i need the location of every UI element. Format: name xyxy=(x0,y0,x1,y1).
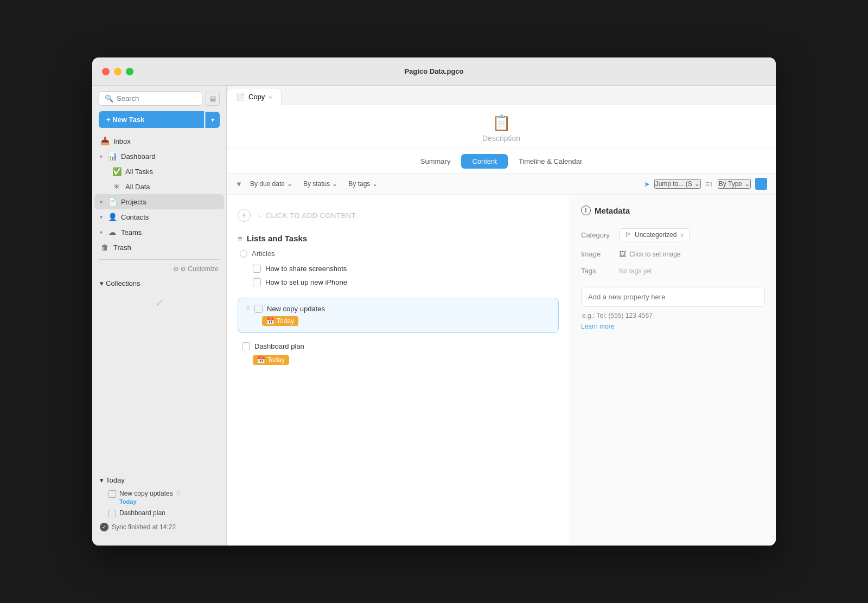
by-due-date-chevron-icon: ⌄ xyxy=(287,180,292,188)
image-set-button[interactable]: Click to set image xyxy=(629,251,681,258)
metadata-title: Metadata xyxy=(595,206,630,215)
sidebar-item-dashboard[interactable]: ▾ 📊 Dashboard xyxy=(94,149,224,164)
meta-row-tags: Tags No tags yet xyxy=(581,262,765,279)
today-item-0[interactable]: New copy updates Today ⠿ xyxy=(94,487,224,507)
image-icon: 🖼 xyxy=(619,250,626,258)
contacts-icon: 👤 xyxy=(107,213,117,221)
highlighted-task-label: New copy updates xyxy=(267,305,325,313)
extra-task-calendar-icon: 📅 xyxy=(257,356,265,364)
sidebar-item-all-data[interactable]: ✳ All Data xyxy=(106,179,224,194)
view-mode-button[interactable] xyxy=(755,178,767,190)
main-content: 📄 Copy × 📋 Description Summary Content xyxy=(227,86,776,546)
by-status-select[interactable]: By status ⌄ xyxy=(300,178,341,189)
add-content-row[interactable]: + ← CLICK TO ADD CONTENT xyxy=(238,203,559,227)
search-box[interactable]: 🔍 xyxy=(99,91,202,106)
meta-row-image: Image 🖼 Click to set image xyxy=(581,246,765,262)
panel-toggle-button[interactable]: ▤ xyxy=(206,92,220,106)
sidebar-item-label-teams: Teams xyxy=(121,228,142,236)
drag-handle-0[interactable]: ⠿ xyxy=(176,490,181,497)
maximize-button[interactable] xyxy=(126,68,133,75)
sidebar-item-contacts[interactable]: ▾ 👤 Contacts xyxy=(94,209,224,224)
highlighted-task-card[interactable]: ⠿ New copy updates 📅 Today xyxy=(238,298,559,333)
tags-value: No tags yet xyxy=(619,267,652,275)
jump-to-button[interactable]: Jump to... (S ⌄ xyxy=(654,179,701,189)
add-content-label: ← CLICK TO ADD CONTENT xyxy=(256,211,356,220)
collections-empty-check: ✓ xyxy=(94,291,224,316)
learn-more-link[interactable]: Learn more xyxy=(581,323,614,330)
task-item-1[interactable]: How to set up new iPhone xyxy=(238,275,559,289)
contacts-chevron-icon: ▾ xyxy=(100,214,103,220)
sidebar-item-teams[interactable]: ▾ ☁ Teams xyxy=(94,224,224,240)
window-title: Pagico Data.pgco xyxy=(404,67,463,75)
task-item-0[interactable]: How to share screenshots xyxy=(238,262,559,275)
new-task-dropdown-button[interactable]: ▾ xyxy=(205,112,220,128)
extra-task-checkbox-0[interactable] xyxy=(242,342,250,350)
window-controls[interactable] xyxy=(102,68,133,75)
all-tasks-icon: ✅ xyxy=(112,167,122,176)
articles-group-circle xyxy=(240,250,247,258)
extra-task-label-0: Dashboard plan xyxy=(254,342,304,350)
content-toolbar: ▼ By due date ⌄ By status ⌄ By tags ⌄ ➤ xyxy=(227,174,776,195)
tab-copy-close-button[interactable]: × xyxy=(269,94,272,100)
metadata-info-icon: i xyxy=(581,206,591,215)
meta-row-category: Category 🏳 Uncategorized ∨ xyxy=(581,224,765,246)
sync-status: ✓ Sync finished at 14:22 xyxy=(94,519,224,535)
content-header-icon: 📋 xyxy=(227,114,776,132)
task-item-checkbox-0[interactable] xyxy=(253,265,261,273)
property-hint: e.g.: Tel: (555) 123 4567 xyxy=(582,310,653,320)
property-input-wrapper xyxy=(581,287,765,307)
by-tags-select[interactable]: By tags ⌄ xyxy=(345,178,381,189)
task-card-drag-handle[interactable]: ⠿ xyxy=(246,305,250,312)
sidebar-item-all-tasks[interactable]: ✅ All Tasks xyxy=(106,164,224,179)
trash-icon: 🗑 xyxy=(100,243,110,252)
tags-label: Tags xyxy=(581,267,614,275)
close-button[interactable] xyxy=(102,68,110,75)
minimize-button[interactable] xyxy=(114,68,122,75)
today-section-header[interactable]: ▾ Today xyxy=(94,473,224,487)
task-item-checkbox-1[interactable] xyxy=(253,278,261,286)
today-item-checkbox-0[interactable] xyxy=(108,490,116,498)
task-badge-calendar-icon: 📅 xyxy=(266,317,275,325)
customize-button[interactable]: ⚙ ⚙ Customize xyxy=(173,265,219,273)
filter-icon: ▼ xyxy=(235,180,242,188)
tab-timeline-calendar[interactable]: Timeline & Calendar xyxy=(508,154,593,169)
content-description: Description xyxy=(227,134,776,143)
by-type-button[interactable]: By Type ⌄ xyxy=(718,179,751,189)
dashboard-chevron-icon: ▾ xyxy=(100,153,103,159)
tabbar: 📄 Copy × xyxy=(227,86,776,105)
today-item-checkbox-1[interactable] xyxy=(108,510,116,517)
sidebar-item-label-all-data: All Data xyxy=(125,183,150,191)
task-item-label-0: How to share screenshots xyxy=(265,265,347,273)
sidebar-item-projects[interactable]: ▾ 📄 Projects xyxy=(94,194,224,209)
highlighted-task-checkbox[interactable] xyxy=(254,305,263,313)
section-header: ≡ Lists and Tasks xyxy=(238,234,559,243)
sidebar-bottom: ▾ Today New copy updates Today ⠿ Dashboa… xyxy=(92,469,226,539)
articles-group-header: Articles xyxy=(238,249,559,258)
by-due-date-select[interactable]: By due date ⌄ xyxy=(247,178,296,189)
property-input[interactable] xyxy=(582,287,764,306)
tab-copy[interactable]: 📄 Copy × xyxy=(227,88,282,105)
sidebar-item-trash[interactable]: 🗑 Trash xyxy=(94,240,224,255)
by-status-chevron-icon: ⌄ xyxy=(332,180,337,188)
tab-copy-icon: 📄 xyxy=(236,93,245,101)
tab-content[interactable]: Content xyxy=(461,154,508,169)
add-content-plus-icon[interactable]: + xyxy=(238,209,251,222)
collections-header[interactable]: ▾ Collections xyxy=(94,276,224,291)
by-type-chevron-icon: ⌄ xyxy=(744,180,750,188)
dashboard-icon: 📊 xyxy=(107,152,117,161)
search-input[interactable] xyxy=(117,94,196,102)
image-label: Image xyxy=(581,250,614,258)
today-chevron-icon: ▾ xyxy=(100,476,104,484)
sidebar-item-inbox[interactable]: 📥 Inbox xyxy=(94,133,224,149)
extra-task-0[interactable]: Dashboard plan xyxy=(238,339,559,353)
metadata-title-row: i Metadata xyxy=(581,206,765,215)
new-task-button[interactable]: + New Task xyxy=(99,111,204,128)
category-select[interactable]: 🏳 Uncategorized ∨ xyxy=(619,228,690,241)
sync-status-label: Sync finished at 14:22 xyxy=(112,523,176,531)
metadata-panel: i Metadata Category 🏳 Uncategorized ∨ xyxy=(570,195,776,546)
today-item-label-1: Dashboard plan xyxy=(119,509,165,517)
new-task-label: + New Task xyxy=(106,116,144,124)
tab-summary[interactable]: Summary xyxy=(410,154,462,169)
sidebar-nav: 📥 Inbox ▾ 📊 Dashboard ✅ All Tasks ✳ All … xyxy=(92,133,226,255)
today-item-1[interactable]: Dashboard plan xyxy=(94,507,224,519)
